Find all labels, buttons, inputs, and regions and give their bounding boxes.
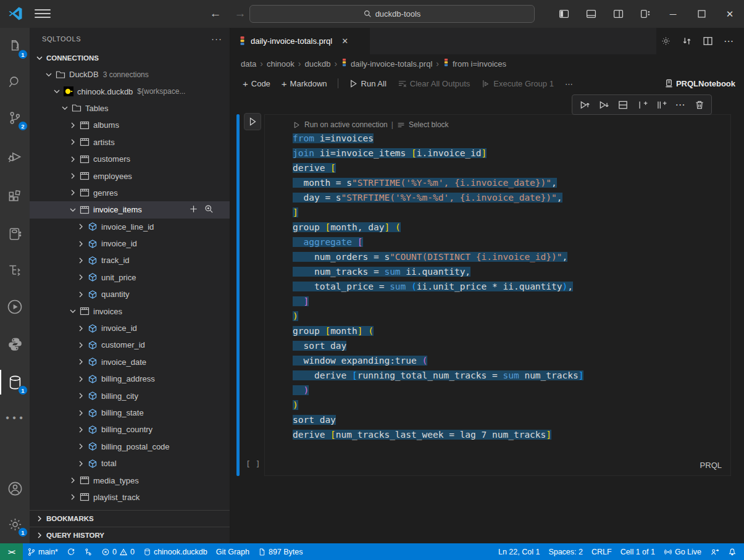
tree-item-track_id[interactable]: track_id (30, 252, 230, 269)
code-line[interactable]: group [month] ( (293, 324, 730, 338)
python-icon[interactable] (0, 329, 30, 359)
compare-changes-icon[interactable] (677, 32, 696, 51)
search-input[interactable]: duckdb-tools (249, 5, 535, 23)
tree-item-billing_address[interactable]: billing_address (30, 370, 230, 387)
code-line[interactable]: derive [ (293, 161, 730, 175)
codelens-run-link[interactable]: Run on active connection (304, 120, 388, 129)
feedback-icon[interactable] (706, 543, 724, 560)
tab-daily-invoice-totals[interactable]: daily-invoice-totals.prql ✕ (231, 28, 370, 54)
tree-item-media_types[interactable]: media_types (30, 472, 230, 488)
tree-item-quantity[interactable]: quantity (30, 286, 230, 303)
code-line[interactable]: derive [running_total_num_tracks = sum n… (293, 368, 730, 383)
chevron-right-icon[interactable] (67, 171, 78, 181)
execute-above-icon[interactable] (575, 96, 594, 114)
chevron-right-icon[interactable] (67, 492, 78, 502)
more-views-icon[interactable]: • • • (0, 403, 30, 433)
add-query-icon[interactable] (189, 204, 198, 215)
accounts-icon[interactable] (0, 474, 30, 503)
indentation-status[interactable]: Spaces: 2 (544, 543, 587, 560)
add-markdown-cell-button[interactable]: +Markdown (277, 76, 332, 91)
code-line[interactable]: ) (293, 398, 730, 412)
cell-position-status[interactable]: Cell 1 of 1 (616, 543, 659, 560)
tree-item-customer_id[interactable]: customer_id (30, 336, 230, 353)
run-all-button[interactable]: Run All (345, 77, 391, 91)
tree-item-DuckDB[interactable]: DuckDB3 connections (30, 66, 230, 83)
run-debug-icon[interactable] (0, 142, 30, 172)
code-line[interactable]: join ii=invoice_items [i.invoice_id] (293, 146, 730, 161)
tree-item-billing_postal_code[interactable]: billing_postal_code (30, 438, 230, 455)
chevron-down-icon[interactable] (67, 306, 78, 316)
tree-item-invoice_line_id[interactable]: invoice_line_id (30, 219, 230, 235)
forward-arrow-icon[interactable]: → (232, 5, 248, 22)
database-connection-status[interactable]: chinook.duckdb (139, 543, 212, 560)
search-view-icon[interactable] (0, 67, 30, 97)
source-control-icon[interactable]: 2 (0, 103, 30, 133)
notebook-cell[interactable]: Run on active connection | Select block … (264, 114, 731, 476)
tree-item-billing_city[interactable]: billing_city (30, 387, 230, 404)
chevron-right-icon[interactable] (75, 239, 86, 249)
code-line[interactable]: aggregate [ (293, 235, 730, 249)
chevron-down-icon[interactable] (59, 103, 70, 113)
chevron-right-icon[interactable] (67, 475, 78, 485)
maximize-button[interactable] (687, 0, 716, 28)
breadcrumb-item[interactable]: chinook (267, 59, 295, 69)
close-button[interactable]: ✕ (716, 0, 744, 28)
problems-status[interactable]: 0 0 (97, 543, 139, 560)
insert-cell-below-icon[interactable] (651, 96, 671, 114)
git-graph-status-icon[interactable] (80, 543, 97, 560)
chevron-right-icon[interactable] (75, 357, 86, 367)
code-line[interactable]: ] (293, 205, 730, 220)
code-line[interactable]: sort day (293, 338, 730, 353)
toggle-secondary-sidebar-icon[interactable] (604, 0, 632, 28)
execute-below-icon[interactable] (594, 96, 613, 114)
tab-close-icon[interactable]: ✕ (341, 36, 348, 46)
chevron-down-icon[interactable] (67, 205, 78, 215)
split-editor-icon[interactable] (698, 32, 717, 51)
execute-group-button[interactable]: Execute Group 1 (477, 77, 558, 91)
chevron-down-icon[interactable] (43, 70, 54, 80)
chevron-right-icon[interactable] (75, 290, 86, 299)
file-size-status[interactable]: 897 Bytes (254, 543, 307, 560)
chevron-right-icon[interactable] (75, 324, 86, 333)
code-line[interactable]: window expanding:true ( (293, 353, 730, 368)
code-line[interactable]: derive [num_tracks_last_week = lag 7 num… (293, 427, 730, 442)
chevron-right-icon[interactable] (75, 272, 86, 282)
chevron-right-icon[interactable] (75, 340, 86, 350)
eol-status[interactable]: CRLF (587, 543, 616, 560)
tree-item-playlist_track[interactable]: playlist_track (30, 489, 230, 506)
insert-cell-above-icon[interactable] (632, 96, 651, 114)
notebook-icon[interactable] (0, 219, 30, 249)
chevron-right-icon[interactable] (75, 459, 86, 469)
chevron-down-icon[interactable] (51, 86, 62, 96)
code-line[interactable]: day = s"STRFTIME('%Y-%m-%d', {i.invoice_… (293, 190, 730, 205)
tree-item-genres[interactable]: genres (30, 185, 230, 201)
tree-item-albums[interactable]: albums (30, 117, 230, 133)
code-line[interactable]: from i=invoices (293, 131, 730, 146)
split-cell-icon[interactable] (613, 96, 632, 114)
code-line[interactable]: group [month, day] ( (293, 220, 730, 235)
tree-item-chinook.duckdb[interactable]: chinook.duckdb${workspace... (30, 83, 230, 99)
cursor-position-status[interactable]: Ln 22, Col 1 (494, 543, 544, 560)
chevron-right-icon[interactable] (75, 425, 86, 435)
chevron-right-icon[interactable] (75, 256, 86, 265)
code-line[interactable]: sort day (293, 412, 730, 427)
tree-item-billing_country[interactable]: billing_country (30, 421, 230, 438)
git-graph-button[interactable]: Git Graph (212, 543, 254, 560)
cell-more-icon[interactable]: ⋯ (671, 96, 690, 114)
code-line[interactable]: num_orders = s"COUNT(DISTINCT {i.invoice… (293, 249, 730, 264)
settings-gear-icon[interactable]: 1 (0, 509, 30, 539)
explorer-icon[interactable]: 1 (0, 31, 30, 61)
toggle-primary-sidebar-icon[interactable] (550, 0, 577, 28)
tree-item-invoices[interactable]: invoices (30, 303, 230, 319)
tree-item-total[interactable]: total (30, 455, 230, 472)
connections-section-header[interactable]: CONNECTIONS (30, 49, 230, 66)
more-actions-icon[interactable]: ⋯ (719, 32, 738, 51)
chevron-right-icon[interactable] (67, 120, 78, 130)
tree-item-unit_price[interactable]: unit_price (30, 269, 230, 286)
tree-item-Tables[interactable]: Tables (30, 100, 230, 117)
toolbar-more-icon[interactable]: ··· (561, 77, 577, 91)
chevron-right-icon[interactable] (75, 441, 86, 451)
chevron-right-icon[interactable] (67, 188, 78, 198)
chevron-right-icon[interactable] (67, 154, 78, 164)
tree-item-invoice_date[interactable]: invoice_date (30, 354, 230, 370)
